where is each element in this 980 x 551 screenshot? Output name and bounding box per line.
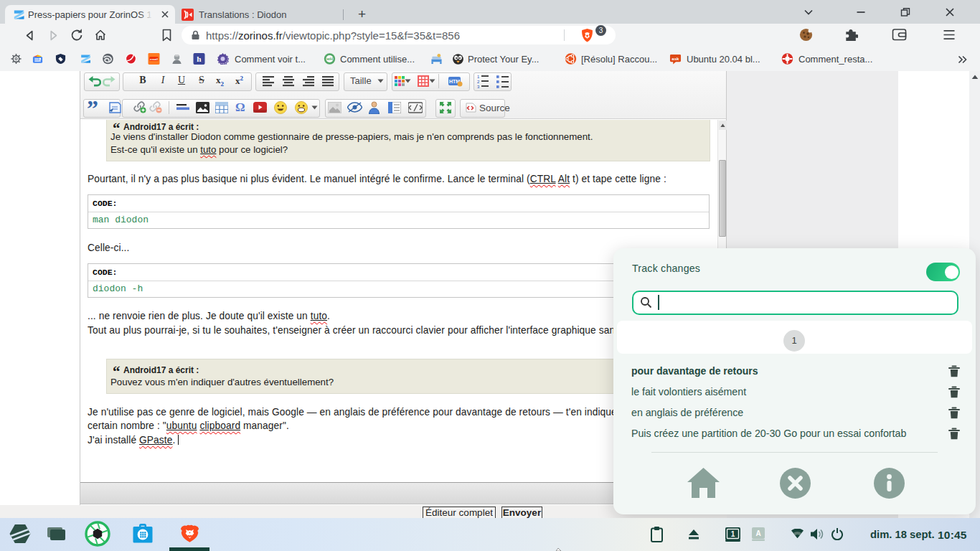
svg-text:email: email [150,57,158,61]
svg-text:1: 1 [731,530,735,538]
svg-text:1: 1 [477,75,480,79]
svg-text:h: h [197,55,202,63]
svg-text:3: 3 [477,85,480,88]
svg-text:ask: ask [672,57,679,61]
svg-text:2: 2 [477,80,480,84]
svg-text:wH: wH [326,57,332,61]
svg-text:A: A [755,529,760,537]
